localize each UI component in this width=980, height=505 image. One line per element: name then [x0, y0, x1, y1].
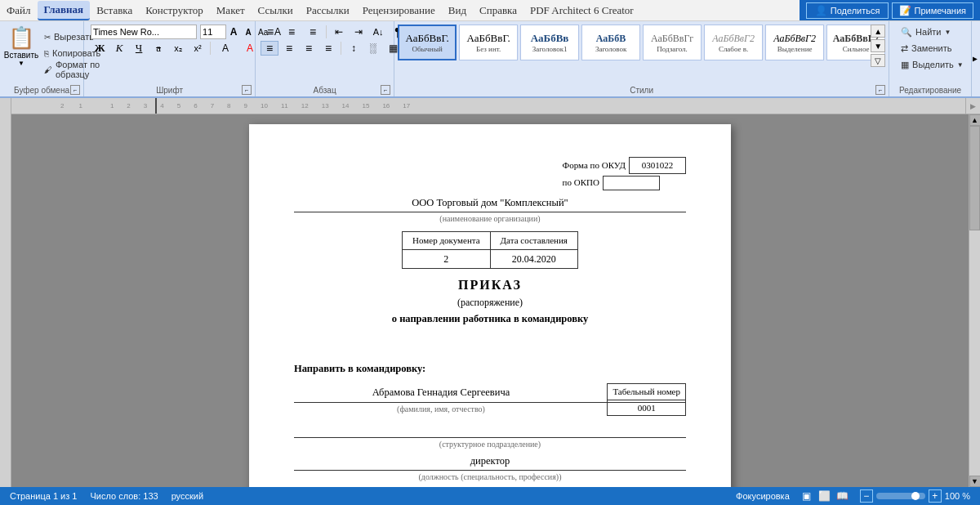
- style-heading2[interactable]: АаБбВ Заголовок: [581, 25, 640, 60]
- styles-scroll-down[interactable]: ▼: [871, 39, 885, 52]
- zoom-in-button[interactable]: +: [929, 489, 942, 503]
- bullet-list-button[interactable]: ≡: [261, 25, 280, 39]
- tabel-label: Табельный номер: [608, 384, 686, 400]
- menu-refs[interactable]: Ссылки: [252, 2, 300, 20]
- scrollbar-down-button[interactable]: ▼: [969, 476, 981, 487]
- subscript-button[interactable]: x₂: [169, 41, 187, 56]
- italic-button[interactable]: К: [110, 41, 128, 56]
- okpo-value: [603, 176, 660, 190]
- menu-layout[interactable]: Макет: [210, 2, 252, 20]
- style-subtitle[interactable]: АаБбВвГг Подзагол.: [643, 25, 702, 60]
- menu-file[interactable]: Файл: [0, 2, 38, 20]
- increase-indent-button[interactable]: ⇥: [350, 25, 368, 39]
- font-size-input[interactable]: [200, 25, 226, 39]
- top-bar: Файл Главная Вставка Конструктор Макет С…: [0, 0, 980, 21]
- justify-button[interactable]: ≡: [319, 41, 337, 56]
- style-no-spacing[interactable]: АаБбВвГ. Без инт.: [459, 25, 518, 60]
- okud-block: Форма по ОКУД 0301022 по ОКПО: [563, 157, 686, 190]
- clipboard-expand-icon[interactable]: ⌐: [70, 85, 80, 95]
- strikethrough-button[interactable]: а: [149, 41, 167, 56]
- highlight-button[interactable]: A: [214, 41, 237, 56]
- status-words: Число слов: 133: [90, 491, 158, 501]
- underline-button[interactable]: Ч: [130, 41, 148, 56]
- replace-button[interactable]: ⇄ Заменить: [896, 41, 956, 56]
- style-normal[interactable]: АаБбВвГ. Обычный: [398, 25, 457, 60]
- vertical-scrollbar[interactable]: ▲ ▼: [969, 114, 980, 487]
- top-right-actions: 👤 Поделиться 📝 Примечания: [800, 0, 980, 20]
- align-right-button[interactable]: ≡: [300, 41, 318, 56]
- menu-mailings[interactable]: Рассылки: [300, 2, 356, 20]
- font-label: Шрифт: [84, 86, 255, 95]
- styles-expand-icon[interactable]: ⌐: [875, 85, 885, 95]
- employee-section: Табельный номер 0001 Абрамова Геннадия С…: [294, 385, 686, 415]
- font-size-decrease-button[interactable]: A: [241, 25, 256, 39]
- numbered-list-button[interactable]: ≡: [282, 25, 301, 39]
- font-size-increase-button[interactable]: A: [226, 25, 241, 39]
- ruler-scroll-right[interactable]: ▶: [965, 98, 980, 114]
- zoom-controls: − + 100 %: [860, 489, 970, 503]
- document-subtitle: (распоряжение): [294, 295, 686, 310]
- menu-pdf[interactable]: PDF Architect 6 Creator: [523, 2, 640, 20]
- menu-insert[interactable]: Вставка: [90, 2, 139, 20]
- view-mode-print[interactable]: ▣: [800, 489, 814, 503]
- styles-scroll-up[interactable]: ▲: [871, 25, 885, 38]
- superscript-button[interactable]: x²: [189, 41, 207, 56]
- position-value: директор: [294, 454, 686, 471]
- document-page: Форма по ОКУД 0301022 по ОКПО: [249, 124, 731, 487]
- line-spacing-button[interactable]: ↕: [345, 41, 363, 56]
- paste-label: Вставить: [4, 51, 38, 60]
- bold-button[interactable]: Ж: [91, 41, 109, 56]
- send-label: Направить в командировку:: [294, 361, 686, 377]
- styles-more[interactable]: ▽: [871, 54, 885, 67]
- style-heading1[interactable]: АаБбВв Заголовок1: [520, 25, 579, 60]
- search-icon: 🔍: [901, 27, 912, 38]
- print-view-icon: ▣: [802, 490, 811, 502]
- font-family-input[interactable]: [91, 25, 197, 39]
- multilevel-list-button[interactable]: ≡: [303, 25, 323, 39]
- okud-row: Форма по ОКУД 0301022: [563, 157, 686, 174]
- find-button[interactable]: 🔍 Найти ▼: [896, 25, 956, 39]
- zoom-out-button[interactable]: −: [860, 489, 873, 503]
- align-left-button[interactable]: ≡: [261, 41, 278, 56]
- align-center-button[interactable]: ≡: [280, 41, 298, 56]
- status-bar: Страница 1 из 1 Число слов: 133 русский …: [0, 487, 980, 505]
- menu-constructor[interactable]: Конструктор: [139, 2, 210, 20]
- zoom-slider[interactable]: [876, 493, 925, 499]
- font-expand-icon[interactable]: ⌐: [242, 85, 252, 95]
- style-subtle[interactable]: АаБбВвГ2 Слабое в.: [704, 25, 763, 60]
- share-button[interactable]: 👤 Поделиться: [806, 2, 889, 19]
- paintbrush-icon: 🖌: [44, 65, 52, 74]
- editing-label: Редактирование: [889, 86, 971, 95]
- scrollbar-down-icon: ▼: [971, 477, 978, 485]
- doc-num-date-header-row: Номер документа Дата составления: [403, 232, 578, 250]
- menu-home[interactable]: Главная: [38, 1, 91, 20]
- menu-help[interactable]: Справка: [473, 2, 523, 20]
- scrollbar-up-button[interactable]: ▲: [969, 114, 981, 126]
- sort-button[interactable]: A↓: [369, 25, 387, 39]
- spacer1: [294, 337, 686, 352]
- status-focus: Фокусировка: [736, 491, 790, 501]
- select-button[interactable]: ▦ Выделить ▼: [896, 57, 969, 72]
- ribbon-editing-group: 🔍 Найти ▼ ⇄ Заменить ▦ Выделить ▼ Редакт…: [889, 21, 971, 96]
- notes-button[interactable]: 📝 Примечания: [892, 2, 973, 19]
- doc-scroll-area[interactable]: Форма по ОКУД 0301022 по ОКПО: [11, 114, 969, 487]
- destination-section: в город Самару (место назначения (страна…: [294, 486, 686, 487]
- ruler-ticks: 2 1 1 2 3 4 5 6 7 8 9 10 11 12 13 14: [60, 102, 423, 109]
- paragraph-expand-icon[interactable]: ⌐: [381, 85, 390, 95]
- ribbon-collapse-button[interactable]: ▲: [971, 21, 980, 96]
- paste-arrow: ▼: [18, 60, 24, 67]
- shading-button[interactable]: ░: [364, 41, 382, 56]
- doc-scroll-container: Форма по ОКУД 0301022 по ОКПО: [11, 114, 980, 487]
- paragraph-label: Абзац: [256, 86, 394, 95]
- paste-button[interactable]: 📋 Вставить ▼: [5, 26, 38, 69]
- decrease-indent-button[interactable]: ⇤: [330, 25, 348, 39]
- tabel-num: 0001: [608, 400, 686, 416]
- menu-review[interactable]: Рецензирование: [356, 2, 442, 20]
- view-mode-read[interactable]: 📖: [835, 489, 850, 503]
- scrollbar-up-icon: ▲: [971, 116, 978, 124]
- style-emphasis[interactable]: АаБбВвГ2 Выделение: [765, 25, 824, 60]
- scrollbar-thumb[interactable]: [969, 126, 980, 230]
- menu-view[interactable]: Вид: [442, 2, 473, 20]
- view-mode-web[interactable]: ⬜: [817, 489, 832, 503]
- doc-num-header: Номер документа: [403, 232, 491, 250]
